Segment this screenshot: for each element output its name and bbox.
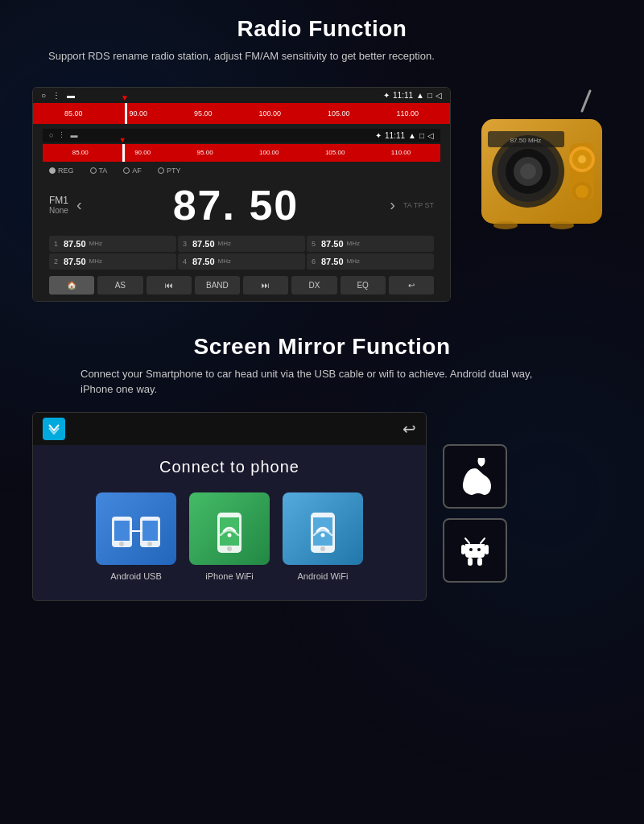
android-usb-label: Android USB <box>110 571 162 581</box>
prev-button[interactable]: ⏮ <box>147 276 192 295</box>
svg-rect-27 <box>220 517 239 546</box>
android-usb-svg <box>108 501 164 557</box>
connect-options: Android USB <box>33 492 426 600</box>
preset-3-freq: 87.50 <box>192 239 215 249</box>
preset-1-unit: MHz <box>89 240 102 247</box>
preset-5-unit: MHz <box>347 240 360 247</box>
iphone-wifi-box <box>189 492 270 565</box>
preset-5[interactable]: 5 87.50 MHz <box>307 236 434 252</box>
android-wifi-svg <box>295 501 351 557</box>
inner-time: 11:11 <box>385 131 405 140</box>
iphone-wifi-label: iPhone WiFi <box>205 571 253 581</box>
inner-back-icon: ◁ <box>427 131 434 140</box>
back-icon: ◁ <box>436 91 442 100</box>
preset-3-unit: MHz <box>218 240 231 247</box>
svg-rect-41 <box>477 558 482 566</box>
mirror-content: ↩ Connect to phone <box>32 412 612 601</box>
mode-ta: TA <box>90 167 108 175</box>
android-usb-option[interactable]: Android USB <box>96 492 176 581</box>
svg-point-25 <box>147 542 152 546</box>
outer-status-bar: ○ ⋮ ▬ ✦ 11:11 ▲ □ ◁ <box>33 88 450 103</box>
preset-6[interactable]: 6 87.50 MHz <box>307 253 434 270</box>
fm-label-area: FM1 None <box>49 195 68 215</box>
svg-line-0 <box>582 91 590 111</box>
mode-af-dot <box>123 167 130 174</box>
inner-status-time: ✦ 11:11 ▲ □ ◁ <box>375 131 434 140</box>
preset-2-unit: MHz <box>89 258 102 265</box>
preset-1-num: 1 <box>54 240 60 248</box>
preset-4[interactable]: 4 87.50 MHz <box>178 253 305 270</box>
freq-prev-arrow[interactable]: ‹ <box>76 196 82 214</box>
outer-freq-scale: 85.00 90.00 95.00 100.00 105.00 110.00 <box>33 103 450 124</box>
radio-main: ○ ⋮ ▬ ✦ 11:11 ▲ □ ◁ <box>33 124 450 301</box>
preset-3[interactable]: 3 87.50 MHz <box>178 236 305 252</box>
svg-rect-40 <box>468 558 473 566</box>
svg-point-13 <box>576 185 588 198</box>
mode-pty-dot <box>158 167 164 174</box>
svg-point-33 <box>321 533 325 537</box>
mode-pty-label: PTY <box>167 167 181 175</box>
radio-screen: ○ ⋮ ▬ ✦ 11:11 ▲ □ ◁ 85.00 <box>32 87 451 302</box>
radio-section-title: Radio Function <box>0 16 644 42</box>
preset-3-num: 3 <box>183 240 189 248</box>
outer-status-icons: ○ ⋮ ▬ <box>41 91 75 100</box>
svg-rect-31 <box>313 517 332 546</box>
bluetooth-icon: ✦ <box>383 91 390 100</box>
mode-reg-label: REG <box>58 167 74 175</box>
preset-6-freq: 87.50 <box>321 257 344 266</box>
freq-next-arrow[interactable]: › <box>390 196 395 214</box>
mirror-top-bar: ↩ <box>33 413 426 445</box>
android-wifi-option[interactable]: Android WiFi <box>283 492 363 581</box>
fm-sub: None <box>49 206 68 215</box>
window-icon: □ <box>427 91 432 100</box>
inner-menu-icon: ⋮ <box>58 131 65 139</box>
mode-af-label: AF <box>132 167 142 175</box>
freq-display: FM1 None ‹ 87. 50 › TA TP ST <box>43 178 440 233</box>
android-logo-svg <box>459 532 491 569</box>
inner-indicator <box>122 144 125 162</box>
radio-section-desc: Support RDS rename radio station, adjust… <box>0 48 644 64</box>
inner-status: ○ ⋮ ▬ ✦ 11:11 ▲ □ ◁ <box>43 129 440 142</box>
radio-content: ○ ⋮ ▬ ✦ 11:11 ▲ □ ◁ 85.00 <box>32 87 612 302</box>
menu-icon: ⋮ <box>52 91 60 100</box>
svg-point-20 <box>119 542 124 546</box>
svg-point-32 <box>320 546 325 551</box>
inner-photo-icon: ▬ <box>70 131 77 139</box>
preset-5-freq: 87.50 <box>321 239 344 249</box>
apple-logo-svg <box>459 458 491 495</box>
mirror-app-svg <box>47 422 60 435</box>
svg-rect-19 <box>114 521 130 541</box>
freq-big-display: 87. 50 <box>90 181 382 229</box>
brand-icons <box>443 412 507 583</box>
preset-1[interactable]: 1 87.50 MHz <box>49 236 176 252</box>
eq-button[interactable]: EQ <box>341 276 386 295</box>
band-button[interactable]: BAND <box>195 276 240 295</box>
back-button[interactable]: ↩ <box>389 276 434 295</box>
android-usb-box <box>96 492 176 565</box>
svg-line-37 <box>481 538 485 543</box>
freq-indicator <box>125 103 127 124</box>
inner-circle-icon: ○ <box>49 131 53 139</box>
next-button[interactable]: ⏭ <box>243 276 288 295</box>
svg-point-35 <box>477 548 481 551</box>
home-button[interactable]: 🏠 <box>49 276 94 295</box>
inner-signal-icon: ▲ <box>408 131 416 140</box>
connect-title: Connect to phone <box>33 445 426 492</box>
android-wifi-box <box>283 492 363 565</box>
dx-button[interactable]: DX <box>291 276 336 295</box>
mirror-app-icon <box>43 418 65 440</box>
svg-rect-39 <box>485 545 489 554</box>
preset-2-freq: 87.50 <box>64 257 86 266</box>
as-button[interactable]: AS <box>97 276 142 295</box>
android-wifi-label: Android WiFi <box>298 571 349 581</box>
inner-bluetooth-icon: ✦ <box>375 131 382 140</box>
radio-section: ○ ⋮ ▬ ✦ 11:11 ▲ □ ◁ 85.00 <box>0 79 644 310</box>
preset-2[interactable]: 2 87.50 MHz <box>49 253 176 270</box>
preset-grid: 1 87.50 MHz 3 87.50 MHz 5 87.50 MHz <box>43 233 440 273</box>
preset-6-num: 6 <box>312 258 318 266</box>
iphone-wifi-option[interactable]: iPhone WiFi <box>189 492 270 581</box>
svg-point-7 <box>520 163 536 179</box>
ta-tp-st-label: TA TP ST <box>403 201 434 209</box>
mirror-section-desc: Connect your Smartphone to car head unit… <box>32 366 612 398</box>
mirror-back-button[interactable]: ↩ <box>402 419 416 439</box>
